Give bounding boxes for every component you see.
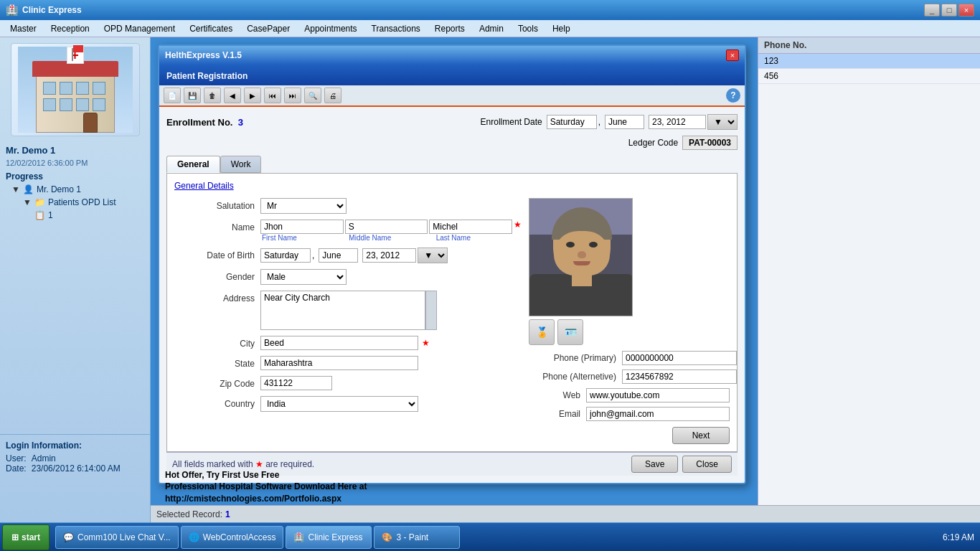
taskbar-item-webcontrol[interactable]: 🌐 WebControlAccess (181, 526, 284, 549)
title-bar-text: Clinic Express (22, 5, 924, 15)
sidebar-building-image: + (11, 43, 140, 136)
tab-general[interactable]: General (166, 156, 220, 173)
dob-month[interactable] (319, 248, 358, 263)
photo-upload-btn[interactable]: 🪪 (557, 319, 583, 345)
close-button[interactable]: × (958, 4, 974, 17)
web-input[interactable] (586, 388, 730, 402)
email-label: Email (529, 409, 586, 419)
menu-admin[interactable]: Admin (472, 22, 511, 35)
menu-reports[interactable]: Reports (428, 22, 472, 35)
menu-appointments[interactable]: Appointments (297, 22, 364, 35)
taskbar-icon-clinic: 🏥 (293, 532, 304, 542)
phone-primary-input[interactable] (622, 351, 737, 365)
city-label: City (174, 336, 260, 349)
modal-title-bar: HelthExpress V.1.5 × (159, 46, 745, 65)
gender-select[interactable]: Male Female Other (260, 269, 347, 285)
menu-casepaper[interactable]: CasePaper (240, 22, 297, 35)
enrollment-date-daynum[interactable] (649, 115, 706, 129)
middle-name-input[interactable] (345, 220, 428, 234)
country-input-wrapper: India USA UK (260, 396, 522, 412)
phone-primary-label: Phone (Primary) (529, 353, 622, 363)
photo-capture-btn[interactable]: 🏅 (529, 319, 555, 345)
taskbar-item-comm100[interactable]: 💬 Comm100 Live Chat V... (55, 526, 179, 549)
general-details-link[interactable]: General Details (174, 181, 730, 191)
modal-title-text: HelthExpress V.1.5 (165, 50, 242, 60)
toolbar-next-btn[interactable]: ▶ (244, 88, 261, 103)
login-user-row: User: Admin (6, 453, 145, 463)
sidebar: + Mr. Demo 1 12/02/2 (0, 37, 151, 522)
phone-primary-row: Phone (Primary) (529, 351, 730, 365)
name-row: Name ★ First Name Middl (174, 220, 522, 242)
save-button[interactable]: Save (631, 456, 678, 473)
toolbar-print-btn[interactable]: 🖨 (324, 88, 341, 103)
salutation-select[interactable]: Mr Mrs Ms Dr (260, 198, 347, 214)
required-star-icon: ★ (255, 459, 265, 469)
city-input[interactable] (260, 336, 418, 350)
toolbar-save-btn[interactable]: 💾 (184, 88, 201, 103)
sidebar-tree-root[interactable]: ▼ 👤 Mr. Demo 1 (0, 183, 150, 196)
toolbar-last-btn[interactable]: ⏭ (284, 88, 301, 103)
country-select[interactable]: India USA UK (260, 396, 418, 412)
enrollment-date-dropdown[interactable]: ▼ (707, 114, 738, 130)
dob-day[interactable] (260, 248, 311, 263)
email-input[interactable] (586, 407, 730, 421)
ad-line3: http://cmistechnologies.com/Portfolio.as… (165, 493, 367, 505)
last-name-input[interactable] (429, 220, 512, 234)
address-textarea[interactable]: Near City Charch (260, 291, 425, 330)
tab-work[interactable]: Work (220, 156, 262, 173)
login-date-label: Date: (6, 463, 27, 474)
taskbar-item-clinic[interactable]: 🏥 Clinic Express (286, 526, 372, 549)
modal-sub-title-text: Patient Registration (166, 71, 248, 81)
sidebar-userdate: 12/02/2012 6:36:00 PM (0, 159, 150, 167)
toolbar-prev-btn[interactable]: ◀ (224, 88, 241, 103)
first-name-input[interactable] (260, 220, 344, 234)
close-button[interactable]: Close (682, 456, 732, 473)
menu-master[interactable]: Master (3, 22, 44, 35)
enrollment-date-month[interactable] (605, 115, 644, 129)
maximize-button[interactable]: □ (941, 4, 957, 17)
start-button[interactable]: ⊞ start (2, 524, 50, 550)
taskbar-item-paint[interactable]: 🎨 3 - Paint (374, 526, 460, 549)
zipcode-input[interactable] (260, 376, 332, 390)
modal-overlay: HelthExpress V.1.5 × Patient Registratio… (151, 37, 980, 505)
ad-line1: Hot Offer, Try First Use Free (165, 469, 367, 481)
menu-tools[interactable]: Tools (511, 22, 545, 35)
address-row: Address Near City Charch (174, 291, 522, 330)
web-label: Web (529, 390, 586, 400)
menu-help[interactable]: Help (545, 22, 578, 35)
city-input-wrapper: ★ (260, 336, 522, 350)
toolbar-first-btn[interactable]: ⏮ (264, 88, 281, 103)
next-button[interactable]: Next (672, 427, 730, 444)
selected-record-bar: Selected Record: 1 (151, 505, 980, 522)
address-scrollbar[interactable] (425, 291, 437, 330)
sidebar-tree-opd[interactable]: ▼ 📁 Patients OPD List (0, 196, 150, 209)
modal-toolbar: 📄 💾 🗑 ◀ ▶ ⏮ ⏭ 🔍 🖨 ? (159, 85, 745, 107)
name-input-wrapper: ★ First Name Middle Name Last Name (260, 220, 522, 242)
modal-close-button[interactable]: × (726, 50, 739, 61)
user-icon: 👤 (23, 184, 34, 194)
menu-certificates[interactable]: Certificates (182, 22, 240, 35)
tree-item-icon: 📋 (34, 210, 45, 220)
menu-reception[interactable]: Reception (44, 22, 97, 35)
state-input[interactable] (260, 356, 418, 370)
tree-expand-icon: ▼ (11, 184, 20, 194)
toolbar-new-btn[interactable]: 📄 (164, 88, 181, 103)
last-name-label: Last Name (435, 234, 522, 242)
dob-daynum[interactable] (362, 248, 416, 263)
photo-section: 🏅 🪪 (529, 198, 730, 345)
toolbar-delete-btn[interactable]: 🗑 (204, 88, 221, 103)
sidebar-tree-item1[interactable]: 📋 1 (0, 209, 150, 222)
phone-alt-input[interactable] (622, 369, 737, 384)
help-icon[interactable]: ? (726, 88, 740, 103)
sidebar-username: Mr. Demo 1 (0, 142, 150, 159)
menu-transactions[interactable]: Transactions (364, 22, 428, 35)
ad-banner: Hot Offer, Try First Use Free Profession… (165, 469, 367, 505)
toolbar-search-btn[interactable]: 🔍 (304, 88, 321, 103)
ad-line2: Professional Hospital Software Download … (165, 481, 367, 493)
enrollment-date-day[interactable] (547, 115, 597, 129)
ledger-label: Ledger Code (628, 138, 678, 148)
menu-opd[interactable]: OPD Management (97, 22, 182, 35)
dob-dropdown[interactable]: ▼ (418, 248, 448, 263)
minimize-button[interactable]: _ (924, 4, 940, 17)
sidebar-progress-label: Progress (0, 167, 150, 183)
